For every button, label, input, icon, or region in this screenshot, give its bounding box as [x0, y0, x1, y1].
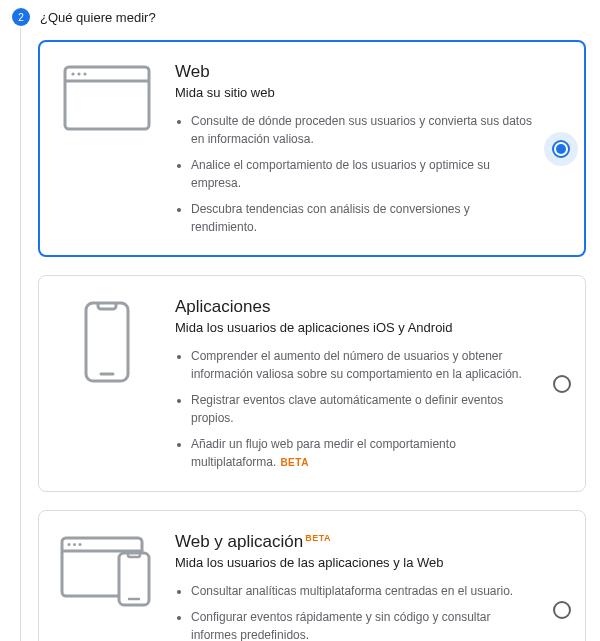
beta-badge: BETA [280, 457, 308, 468]
option-subtitle: Mida su sitio web [175, 85, 535, 100]
step-number-badge: 2 [12, 8, 30, 26]
bullet: Configurar eventos rápidamente y sin cód… [191, 608, 529, 641]
radio-web-app[interactable] [553, 601, 571, 619]
svg-point-3 [77, 72, 80, 75]
option-title: Web [175, 61, 535, 83]
beta-badge: BETA [305, 533, 331, 543]
bullet: Consultar analíticas multiplataforma cen… [191, 582, 529, 600]
svg-point-4 [83, 72, 86, 75]
option-title: Web y aplicaciónBETA [175, 531, 529, 553]
option-bullets: Consultar analíticas multiplataforma cen… [175, 582, 529, 641]
option-web-app[interactable]: Web y aplicaciónBETA Mida los usuarios d… [38, 510, 586, 641]
svg-point-11 [79, 543, 82, 546]
option-bullets: Comprender el aumento del número de usua… [175, 347, 529, 471]
step-title: ¿Qué quiere medir? [40, 10, 156, 25]
step-header: 2 ¿Qué quiere medir? [0, 0, 600, 40]
option-title: Aplicaciones [175, 296, 529, 318]
option-subtitle: Mida los usuarios de aplicaciones iOS y … [175, 320, 529, 335]
svg-rect-0 [65, 67, 149, 129]
svg-point-9 [68, 543, 71, 546]
svg-rect-12 [119, 553, 149, 605]
bullet: Comprender el aumento del número de usua… [191, 347, 529, 383]
svg-point-2 [71, 72, 74, 75]
option-apps[interactable]: Aplicaciones Mida los usuarios de aplica… [38, 275, 586, 492]
phone-icon [83, 300, 131, 384]
option-subtitle: Mida los usuarios de las aplicaciones y … [175, 555, 529, 570]
bullet: Analice el comportamiento de los usuario… [191, 156, 535, 192]
bullet: Registrar eventos clave automáticamente … [191, 391, 529, 427]
radio-apps[interactable] [553, 375, 571, 393]
stepper-line [20, 28, 21, 641]
svg-point-10 [73, 543, 76, 546]
option-web[interactable]: Web Mida su sitio web Consulte de dónde … [38, 40, 586, 257]
svg-rect-5 [86, 303, 128, 381]
web-phone-icon [59, 535, 155, 609]
radio-web[interactable] [552, 140, 570, 158]
web-browser-icon [63, 65, 151, 131]
bullet: Añadir un flujo web para medir el compor… [191, 435, 529, 471]
bullet: Consulte de dónde proceden sus usuarios … [191, 112, 535, 148]
option-bullets: Consulte de dónde proceden sus usuarios … [175, 112, 535, 236]
bullet: Descubra tendencias con análisis de conv… [191, 200, 535, 236]
